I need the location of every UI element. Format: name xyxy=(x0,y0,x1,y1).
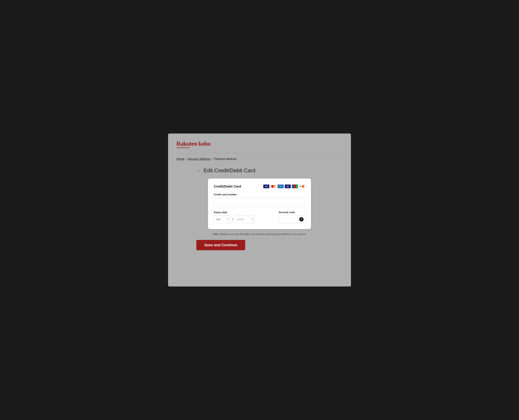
security-section: Security code ? xyxy=(279,211,305,223)
breadcrumb: Home / Account Settings / Payment Method xyxy=(176,157,343,161)
header-divider xyxy=(176,153,343,153)
logo[interactable]: Rakuten kobo xyxy=(176,140,210,147)
logo-underline xyxy=(176,148,190,148)
mm-select-wrapper: MM 01 02 03 04 05 06 07 08 09 xyxy=(214,215,230,223)
card-form-title: Credit/Debit Card xyxy=(214,185,241,188)
visa-debit-icon: VISADEBIT xyxy=(285,184,291,188)
svg-text:C: C xyxy=(294,186,295,188)
breadcrumb-account-settings[interactable]: Account Settings xyxy=(188,157,210,161)
month-select[interactable]: MM 01 02 03 04 05 06 07 08 09 xyxy=(214,215,230,223)
security-input-wrapper: ? xyxy=(279,215,305,223)
expiry-section: Expiry date MM 01 02 03 04 05 xyxy=(214,211,272,223)
page-header: ← Edit Credit/Debit Card xyxy=(196,167,255,173)
note-body: Saving a new card will replace the previ… xyxy=(219,233,306,235)
logo-area: Rakuten kobo xyxy=(176,140,343,148)
mastercard-icon xyxy=(270,184,277,188)
back-arrow-icon[interactable]: ← xyxy=(196,168,201,173)
note-prefix: Note: xyxy=(213,233,219,235)
breadcrumb-home[interactable]: Home xyxy=(176,157,184,161)
expiry-slash: / xyxy=(232,218,233,221)
credit-card-number-label: Credit card number xyxy=(214,193,305,196)
year-select[interactable]: YYYY 2024 2025 2026 2027 2028 2029 2030 … xyxy=(235,215,255,223)
security-help-icon[interactable]: ? xyxy=(299,217,304,221)
expiry-security-row: Expiry date MM 01 02 03 04 05 xyxy=(214,211,305,223)
note-text: Note: Saving a new card will replace the… xyxy=(208,232,311,236)
expiry-label: Expiry date xyxy=(214,211,272,214)
svg-text:OVER: OVER xyxy=(300,186,302,187)
yyyy-select-wrapper: YYYY 2024 2025 2026 2027 2028 2029 2030 … xyxy=(235,215,255,223)
breadcrumb-sep-1: / xyxy=(186,157,186,161)
breadcrumb-sep-2: / xyxy=(212,157,212,161)
save-and-continue-button[interactable]: Save and Continue xyxy=(196,240,245,250)
breadcrumb-current-page: Payment Method xyxy=(214,157,236,161)
discover-icon: DISC OVER xyxy=(299,184,305,188)
expiry-inputs: MM 01 02 03 04 05 06 07 08 09 xyxy=(214,215,272,223)
main-content: ← Edit Credit/Debit Card Credit/Debit Ca… xyxy=(176,167,343,250)
svg-point-7 xyxy=(302,185,304,188)
card-form-header: Credit/Debit Card VISA AMEX VISADEBIT J xyxy=(214,184,305,188)
payment-icons: VISA AMEX VISADEBIT J C B xyxy=(263,184,305,188)
svg-text:J: J xyxy=(293,186,293,188)
credit-card-number-input[interactable] xyxy=(214,197,305,206)
page-title: Edit Credit/Debit Card xyxy=(204,167,255,173)
jcb-icon: J C B xyxy=(292,184,298,188)
security-code-label: Security code xyxy=(279,211,305,214)
visa-icon: VISA xyxy=(263,184,269,188)
svg-text:DISC: DISC xyxy=(300,185,301,186)
svg-text:B: B xyxy=(296,186,297,188)
amex-icon: AMEX xyxy=(277,184,284,188)
card-form-container: Credit/Debit Card VISA AMEX VISADEBIT J xyxy=(208,179,311,229)
browser-window: Rakuten kobo Home / Account Settings / P… xyxy=(168,134,351,286)
